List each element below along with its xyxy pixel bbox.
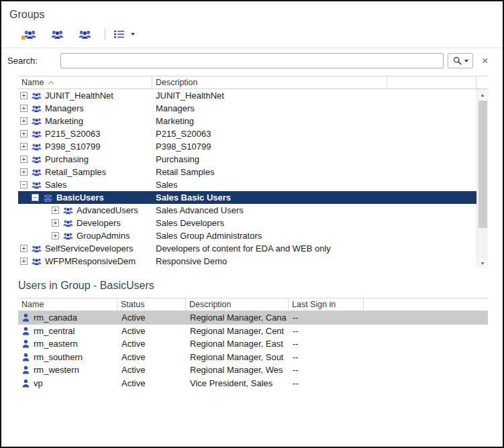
users-column-header-last-sign-in[interactable]: Last Sign in bbox=[289, 298, 364, 311]
search-icon bbox=[453, 56, 462, 65]
expand-icon[interactable]: + bbox=[20, 92, 28, 99]
tree-viewport: +JUNIT_HealthNetJUNIT_HealthNet+Managers… bbox=[18, 89, 488, 268]
collapse-icon[interactable]: − bbox=[20, 181, 28, 188]
tree-row[interactable]: +PurchasingPurchasing bbox=[18, 153, 476, 166]
group-name: Developers bbox=[77, 218, 121, 228]
expand-icon[interactable]: + bbox=[20, 143, 28, 150]
group-name: Sales bbox=[45, 180, 67, 190]
user-row[interactable]: vpActiveVice President, Sales-- bbox=[18, 377, 488, 390]
group-icon bbox=[43, 194, 53, 202]
tree-row[interactable]: +ManagersManagers bbox=[18, 102, 476, 115]
user-last-sign-in: -- bbox=[289, 378, 364, 388]
users-column-header-name[interactable]: Name bbox=[18, 298, 117, 311]
group-description: Sales Developers bbox=[152, 218, 476, 228]
toolbar bbox=[21, 24, 503, 44]
tree-row[interactable]: −SalesSales bbox=[18, 178, 476, 191]
user-status: Active bbox=[117, 378, 186, 388]
group-name: SelfServiceDevelopers bbox=[45, 243, 134, 254]
tree-row-name-cell: +WFPMResponsiveDem bbox=[18, 256, 152, 266]
search-button[interactable] bbox=[448, 53, 473, 68]
user-row[interactable]: rm_southernActiveRegional Manager, Sout-… bbox=[18, 351, 488, 364]
user-icon bbox=[22, 327, 30, 335]
user-name: rm_southern bbox=[34, 352, 83, 362]
collapse-icon[interactable]: − bbox=[32, 194, 39, 201]
tree-row[interactable]: +DevelopersSales Developers bbox=[18, 217, 476, 229]
user-last-sign-in: -- bbox=[289, 365, 364, 375]
group-description: P398_S10799 bbox=[152, 142, 476, 152]
group-name: Marketing bbox=[45, 116, 83, 126]
tree-row[interactable]: +P215_S20063P215_S20063 bbox=[18, 127, 476, 140]
expand-icon[interactable]: + bbox=[20, 105, 28, 112]
expand-icon[interactable]: + bbox=[20, 130, 28, 137]
user-description: Regional Manager, Wes bbox=[186, 365, 289, 375]
scroll-down-icon[interactable]: ▼ bbox=[477, 258, 489, 268]
tree-row[interactable]: +P398_S10799P398_S10799 bbox=[18, 140, 476, 153]
dropdown-arrow-icon bbox=[131, 33, 135, 36]
user-row[interactable]: rm_canadaActiveRegional Manager, Cana-- bbox=[18, 311, 488, 325]
tree-row[interactable]: +SelfServiceDevelopersDevelopers of cont… bbox=[18, 242, 476, 255]
user-name: rm_western bbox=[34, 365, 79, 375]
expand-icon[interactable]: + bbox=[20, 168, 28, 176]
column-header-scroll-stub bbox=[476, 76, 488, 89]
group-description: JUNIT_HealthNet bbox=[152, 91, 476, 101]
tree-row[interactable]: +MarketingMarketing bbox=[18, 115, 476, 127]
tree-header: Name Description bbox=[18, 76, 488, 89]
tree-row-name-cell: +Developers bbox=[18, 218, 152, 228]
group-description: Managers bbox=[152, 103, 476, 113]
expand-icon[interactable]: + bbox=[20, 245, 28, 252]
group-icon bbox=[32, 168, 42, 176]
tree-row-name-cell: +JUNIT_HealthNet bbox=[18, 91, 152, 101]
user-icon bbox=[22, 366, 30, 374]
scroll-up-icon[interactable]: ▲ bbox=[477, 89, 489, 100]
user-description: Regional Manager, Cana bbox=[186, 313, 289, 323]
users-table-header: Name Status Description Last Sign in bbox=[18, 298, 488, 311]
user-row[interactable]: rm_centralActiveRegional Manager, Cent-- bbox=[18, 325, 488, 338]
tree-row[interactable]: −BasicUsersSales Basic Users bbox=[18, 191, 476, 204]
user-icon bbox=[22, 313, 30, 322]
tree-row[interactable]: +AdvancedUsersSales Advanced Users bbox=[18, 204, 476, 217]
groups-window: Groups Search: × Name bbox=[0, 0, 504, 448]
tree-row[interactable]: +JUNIT_HealthNetJUNIT_HealthNet bbox=[18, 89, 476, 102]
group-icon bbox=[63, 207, 73, 215]
user-row[interactable]: rm_easternActiveRegional Manager, East-- bbox=[18, 337, 488, 351]
scrollbar-thumb[interactable] bbox=[478, 101, 487, 228]
group-icon bbox=[32, 181, 42, 189]
expand-icon[interactable]: + bbox=[20, 258, 28, 265]
column-header-name[interactable]: Name bbox=[18, 76, 152, 89]
expand-icon[interactable]: + bbox=[20, 117, 28, 125]
users-column-header-description[interactable]: Description bbox=[186, 298, 289, 311]
expand-icon[interactable]: + bbox=[52, 219, 59, 227]
group-icon bbox=[32, 258, 42, 266]
add-group-button[interactable] bbox=[21, 28, 42, 41]
expand-icon[interactable]: + bbox=[52, 207, 59, 214]
tree-row[interactable]: +WFPMResponsiveDemResponsive Demo bbox=[18, 255, 476, 268]
group-description: Sales Group Administrators bbox=[152, 231, 476, 241]
expand-icon[interactable]: + bbox=[20, 156, 28, 163]
user-row[interactable]: rm_westernActiveRegional Manager, Wes-- bbox=[18, 363, 488, 377]
list-view-icon bbox=[114, 30, 125, 38]
group-name: JUNIT_HealthNet bbox=[45, 91, 113, 101]
toolbar-separator bbox=[105, 28, 105, 40]
expand-icon[interactable]: + bbox=[52, 232, 59, 239]
view-menu-button[interactable] bbox=[112, 29, 137, 40]
search-bar: Search: × bbox=[1, 48, 503, 74]
group-description: Developers of content for EDA and WEB on… bbox=[152, 243, 476, 254]
user-row-name-cell: rm_canada bbox=[18, 313, 117, 323]
user-description: Regional Manager, East bbox=[186, 339, 289, 349]
user-last-sign-in: -- bbox=[289, 339, 364, 349]
column-header-description[interactable]: Description bbox=[152, 76, 387, 89]
tree-scrollbar[interactable]: ▲ ▼ bbox=[476, 89, 488, 268]
users-column-header-status[interactable]: Status bbox=[117, 298, 186, 311]
search-label: Search: bbox=[7, 56, 60, 66]
clear-search-button[interactable]: × bbox=[479, 56, 491, 66]
tree-row[interactable]: +GroupAdminsSales Group Administrators bbox=[18, 229, 476, 242]
group-name: GroupAdmins bbox=[77, 231, 130, 241]
edit-group-button[interactable] bbox=[49, 28, 69, 41]
group-users-button[interactable] bbox=[77, 28, 97, 41]
group-name: P398_S10799 bbox=[45, 142, 100, 152]
group-name: Retail_Samples bbox=[45, 167, 106, 177]
tree-row-name-cell: −BasicUsers bbox=[18, 192, 152, 203]
add-indicator bbox=[21, 36, 26, 40]
search-input[interactable] bbox=[60, 53, 444, 68]
tree-row[interactable]: +Retail_SamplesRetail Samples bbox=[18, 166, 476, 178]
